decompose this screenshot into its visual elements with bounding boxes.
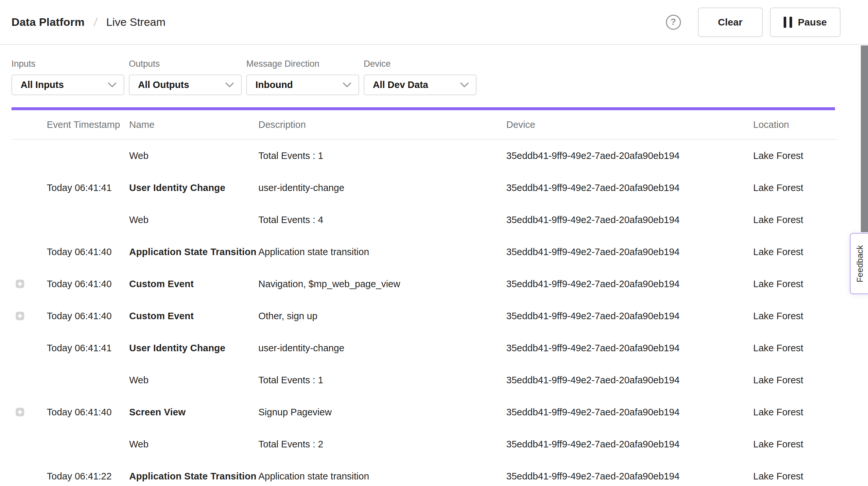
table-row[interactable]: Web Total Events : 2 35eddb41-9ff9-49e2-… [11, 428, 868, 460]
cell-description: user-identity-change [258, 343, 506, 354]
cell-name: Custom Event [129, 279, 258, 290]
cell-event-timestamp: Today 06:41:40 [47, 247, 129, 257]
cell-location: Lake Forest [753, 150, 868, 161]
top-bar: Data Platform / Live Stream ? Clear Paus… [0, 0, 868, 45]
cell-description: user-identity-change [258, 182, 506, 193]
outputs-dropdown[interactable]: All Outputs [129, 74, 242, 95]
expand-row-button[interactable] [16, 312, 24, 320]
outputs-dropdown-value: All Outputs [138, 80, 189, 90]
cell-location: Lake Forest [753, 215, 868, 225]
table-row[interactable]: Today 06:41:41 User Identity Change user… [11, 172, 868, 204]
plus-icon [18, 410, 22, 414]
inputs-dropdown[interactable]: All Inputs [11, 74, 124, 95]
table-row[interactable]: Web Total Events : 4 35eddb41-9ff9-49e2-… [11, 204, 868, 236]
cell-expand [11, 248, 47, 256]
table-row[interactable]: Web Total Events : 1 35eddb41-9ff9-49e2-… [11, 364, 868, 396]
cell-name: Custom Event [129, 311, 258, 322]
cell-expand [11, 312, 47, 320]
column-header-location: Location [753, 119, 837, 130]
help-icon[interactable]: ? [666, 15, 681, 30]
pause-button[interactable]: Pause [770, 7, 840, 37]
feedback-tab-label: Feedback [855, 245, 865, 282]
chevron-down-icon [108, 83, 117, 88]
chevron-down-icon [460, 83, 469, 88]
message-direction-dropdown-value: Inbound [255, 80, 293, 90]
cell-device: 35eddb41-9ff9-49e2-7aed-20afa90eb194 [506, 375, 753, 386]
filter-outputs: Outputs All Outputs [129, 59, 242, 95]
cell-expand [11, 376, 47, 384]
cell-event-timestamp: Today 06:41:41 [47, 343, 129, 354]
breadcrumb: Data Platform / Live Stream [11, 16, 165, 29]
cell-name: User Identity Change [129, 182, 258, 193]
cell-device: 35eddb41-9ff9-49e2-7aed-20afa90eb194 [506, 343, 753, 354]
cell-event-timestamp: Today 06:41:40 [47, 407, 129, 418]
cell-device: 35eddb41-9ff9-49e2-7aed-20afa90eb194 [506, 279, 753, 290]
plus-icon [18, 314, 22, 318]
table-row[interactable]: Today 06:41:40 Application State Transit… [11, 236, 868, 268]
message-direction-dropdown[interactable]: Inbound [246, 74, 359, 95]
filter-device-label: Device [364, 59, 476, 69]
cell-expand [11, 151, 47, 160]
cell-name: Web [129, 375, 258, 386]
vertical-scrollbar-thumb[interactable] [861, 45, 868, 232]
filter-inputs: Inputs All Inputs [11, 59, 124, 95]
cell-name: Application State Transition [129, 471, 258, 482]
cell-description: Other, sign up [258, 311, 506, 322]
cell-location: Lake Forest [753, 375, 868, 386]
cell-expand [11, 440, 47, 448]
clear-button-label: Clear [718, 17, 742, 28]
plus-icon [18, 282, 22, 286]
filter-inputs-label: Inputs [11, 59, 124, 69]
table-row[interactable]: Today 06:41:40 Screen View Signup Pagevi… [11, 396, 868, 428]
cell-expand [11, 344, 47, 352]
cell-expand [11, 408, 47, 416]
filter-message-direction-label: Message Direction [246, 59, 359, 69]
table-row[interactable]: Today 06:41:40 Custom Event Other, sign … [11, 300, 868, 332]
table-row[interactable]: Today 06:41:22 Application State Transit… [11, 460, 868, 486]
cell-device: 35eddb41-9ff9-49e2-7aed-20afa90eb194 [506, 311, 753, 322]
device-dropdown-value: All Dev Data [373, 80, 428, 90]
cell-device: 35eddb41-9ff9-49e2-7aed-20afa90eb194 [506, 439, 753, 450]
cell-device: 35eddb41-9ff9-49e2-7aed-20afa90eb194 [506, 471, 753, 482]
breadcrumb-separator: / [93, 16, 98, 29]
device-dropdown[interactable]: All Dev Data [364, 74, 476, 95]
filter-message-direction: Message Direction Inbound [246, 59, 359, 95]
column-header-name: Name [129, 119, 258, 130]
cell-description: Navigation, $mp_web_page_view [258, 279, 506, 290]
pause-icon [784, 17, 792, 28]
cell-expand [11, 215, 47, 224]
table-row[interactable]: Today 06:41:41 User Identity Change user… [11, 332, 868, 364]
expand-row-button[interactable] [16, 280, 24, 288]
table-body: Web Total Events : 1 35eddb41-9ff9-49e2-… [11, 140, 868, 486]
cell-expand [11, 183, 47, 192]
clear-button[interactable]: Clear [698, 7, 763, 37]
table-row[interactable]: Today 06:41:40 Custom Event Navigation, … [11, 268, 868, 300]
cell-location: Lake Forest [753, 311, 868, 322]
cell-name: User Identity Change [129, 343, 258, 354]
cell-description: Total Events : 2 [258, 439, 506, 450]
cell-location: Lake Forest [753, 182, 868, 193]
cell-location: Lake Forest [753, 439, 868, 450]
cell-location: Lake Forest [753, 407, 868, 418]
cell-description: Total Events : 1 [258, 150, 506, 161]
cell-event-timestamp: Today 06:41:41 [47, 182, 129, 193]
chevron-down-icon [343, 83, 351, 88]
cell-device: 35eddb41-9ff9-49e2-7aed-20afa90eb194 [506, 247, 753, 257]
table-row[interactable]: Web Total Events : 1 35eddb41-9ff9-49e2-… [11, 140, 868, 172]
pause-button-label: Pause [798, 17, 827, 28]
cell-description: Application state transition [258, 247, 506, 257]
cell-expand [11, 472, 47, 481]
filters-bar: Inputs All Inputs Outputs All Outputs Me… [0, 45, 868, 95]
breadcrumb-item-live-stream: Live Stream [106, 16, 165, 28]
expand-row-button[interactable] [16, 408, 24, 416]
column-header-event-timestamp: Event Timestamp [47, 119, 129, 130]
top-bar-actions: ? Clear Pause [666, 7, 840, 37]
cell-device: 35eddb41-9ff9-49e2-7aed-20afa90eb194 [506, 407, 753, 418]
feedback-tab[interactable]: Feedback [850, 233, 868, 294]
filter-outputs-label: Outputs [129, 59, 242, 69]
cell-event-timestamp: Today 06:41:40 [47, 311, 129, 322]
cell-name: Web [129, 215, 258, 225]
breadcrumb-item-data-platform[interactable]: Data Platform [11, 16, 85, 28]
column-header-description: Description [258, 119, 506, 130]
cell-name: Web [129, 439, 258, 450]
